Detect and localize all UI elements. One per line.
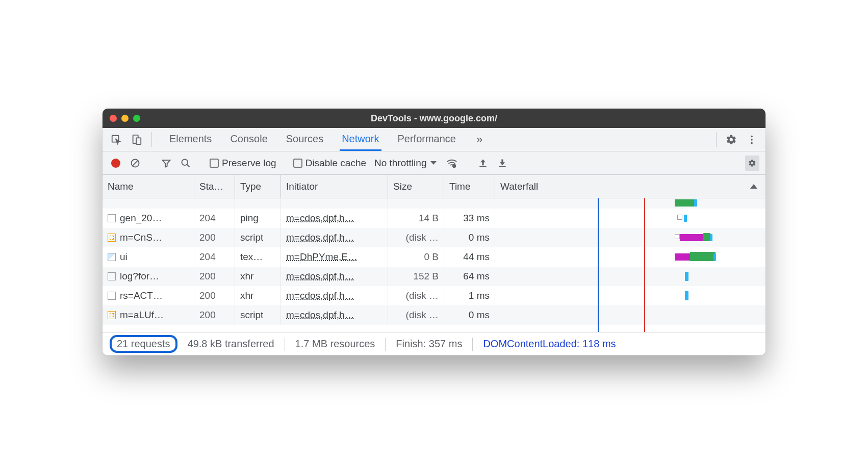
request-name: m=CnS… — [120, 232, 162, 243]
maximize-window-button[interactable] — [133, 115, 140, 122]
network-toolbar: Preserve log Disable cache No throttling — [103, 151, 765, 175]
domcontentloaded-time: DOMContentLoaded: 118 ms — [483, 338, 616, 350]
upload-har-icon[interactable] — [476, 158, 490, 168]
initiator-link[interactable]: m=DhPYme,E… — [286, 251, 358, 263]
script-file-icon — [108, 234, 116, 242]
main-tabbar: Elements Console Sources Network Perform… — [103, 128, 765, 151]
request-name: ui — [120, 251, 127, 263]
preserve-log-checkbox[interactable]: Preserve log — [210, 158, 276, 169]
disable-cache-label: Disable cache — [305, 158, 366, 169]
search-icon[interactable] — [178, 158, 193, 168]
filter-icon[interactable] — [159, 158, 173, 168]
svg-point-5 — [751, 142, 753, 144]
preserve-log-label: Preserve log — [222, 158, 276, 169]
col-time[interactable]: Time — [444, 175, 495, 198]
divider — [151, 132, 152, 147]
panel-tabs: Elements Console Sources Network Perform… — [158, 128, 487, 151]
col-status[interactable]: Sta… — [194, 175, 235, 198]
initiator-link[interactable]: m=cdos,dpf,h… — [286, 290, 354, 301]
more-tabs-icon[interactable]: » — [472, 128, 487, 151]
image-file-icon — [108, 253, 116, 261]
network-settings-gear-icon[interactable] — [745, 156, 759, 171]
request-list: gen_20… 204 ping m=cdos,dpf,h… 14 B 33 m… — [103, 198, 765, 332]
file-icon — [108, 272, 116, 280]
svg-point-8 — [182, 159, 188, 165]
devtools-window: DevTools - www.google.com/ Elements Cons… — [103, 109, 765, 355]
col-type[interactable]: Type — [235, 175, 281, 198]
svg-point-4 — [751, 139, 753, 141]
svg-point-10 — [453, 164, 456, 167]
chevron-down-icon — [430, 161, 437, 165]
request-name: gen_20… — [120, 213, 162, 224]
tab-elements[interactable]: Elements — [167, 128, 214, 151]
initiator-link[interactable]: m=cdos,dpf,h… — [286, 271, 354, 282]
col-name[interactable]: Name — [103, 175, 194, 198]
file-icon — [108, 292, 116, 300]
initiator-link[interactable]: m=cdos,dpf,h… — [286, 232, 354, 243]
request-name: log?for… — [120, 271, 159, 282]
divider — [716, 132, 717, 147]
minimize-window-button[interactable] — [121, 115, 129, 122]
col-waterfall[interactable]: Waterfall — [495, 175, 765, 198]
svg-point-3 — [751, 135, 753, 137]
kebab-menu-icon[interactable] — [743, 128, 760, 151]
initiator-link[interactable]: m=cdos,dpf,h… — [286, 213, 354, 224]
column-headers: Name Sta… Type Initiator Size Time Water… — [103, 175, 765, 198]
transferred-size: 49.8 kB transferred — [188, 338, 274, 350]
download-har-icon[interactable] — [495, 158, 509, 168]
inspect-icon[interactable] — [108, 128, 125, 151]
status-bar: 21 requests 49.8 kB transferred 1.7 MB r… — [103, 332, 765, 355]
throttling-label: No throttling — [374, 158, 426, 169]
tab-network[interactable]: Network — [340, 128, 381, 151]
network-conditions-icon[interactable] — [445, 158, 459, 169]
disable-cache-checkbox[interactable]: Disable cache — [293, 158, 366, 169]
svg-rect-2 — [136, 138, 141, 144]
record-button[interactable] — [109, 159, 123, 168]
traffic-lights — [110, 115, 140, 122]
tab-console[interactable]: Console — [228, 128, 269, 151]
request-row[interactable]: rs=ACT… 200 xhr m=cdos,dpf,h… (disk … 1 … — [103, 286, 765, 305]
window-title: DevTools - www.google.com/ — [103, 113, 765, 124]
throttling-select[interactable]: No throttling — [371, 158, 440, 169]
resources-size: 1.7 MB resources — [295, 338, 375, 350]
close-window-button[interactable] — [110, 115, 117, 122]
device-toggle-icon[interactable] — [128, 128, 145, 151]
request-row[interactable]: gen_20… 204 ping m=cdos,dpf,h… 14 B 33 m… — [103, 209, 765, 228]
request-count: 21 requests — [110, 335, 177, 353]
initiator-link[interactable]: m=cdos,dpf,h… — [286, 310, 354, 321]
svg-rect-12 — [499, 166, 506, 167]
sort-ascending-icon — [750, 184, 757, 189]
request-row[interactable]: log?for… 200 xhr m=cdos,dpf,h… 152 B 64 … — [103, 267, 765, 286]
col-size[interactable]: Size — [388, 175, 444, 198]
tab-sources[interactable]: Sources — [284, 128, 325, 151]
svg-line-7 — [132, 160, 138, 166]
tab-performance[interactable]: Performance — [396, 128, 458, 151]
clear-icon[interactable] — [128, 158, 142, 168]
script-file-icon — [108, 311, 116, 319]
settings-gear-icon[interactable] — [723, 128, 740, 151]
finish-time: Finish: 357 ms — [396, 338, 462, 350]
titlebar: DevTools - www.google.com/ — [103, 109, 765, 128]
request-row-spacer — [103, 198, 765, 209]
request-row[interactable]: m=aLUf… 200 script m=cdos,dpf,h… (disk …… — [103, 305, 765, 325]
svg-rect-11 — [480, 166, 487, 167]
svg-line-9 — [187, 164, 190, 167]
col-initiator[interactable]: Initiator — [281, 175, 388, 198]
request-name: rs=ACT… — [120, 290, 163, 301]
file-icon — [108, 214, 116, 222]
request-name: m=aLUf… — [120, 310, 164, 321]
request-row[interactable]: ui 204 tex… m=DhPYme,E… 0 B 44 ms — [103, 247, 765, 267]
request-row[interactable]: m=CnS… 200 script m=cdos,dpf,h… (disk … … — [103, 228, 765, 247]
